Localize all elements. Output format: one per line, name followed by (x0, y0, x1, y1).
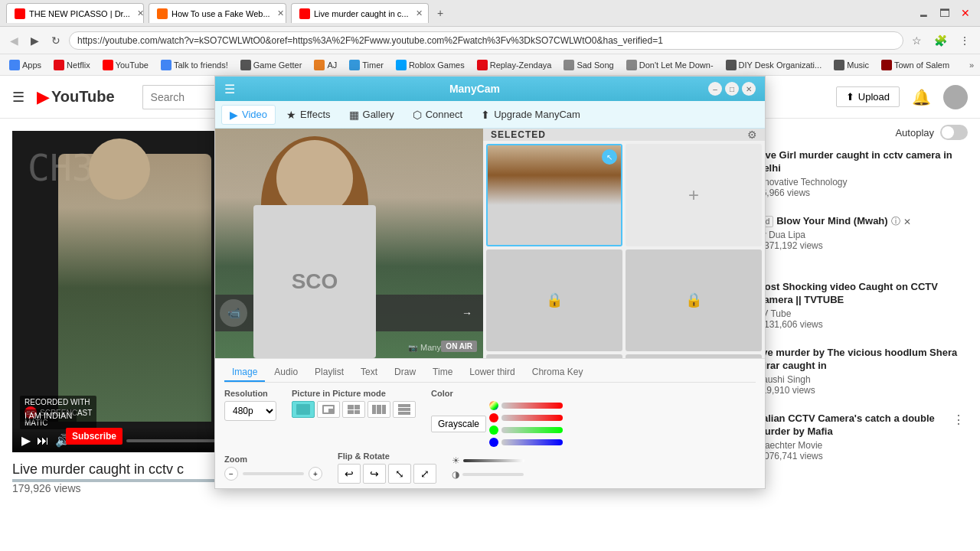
extensions-button[interactable]: 🧩 (930, 33, 951, 48)
mc-source-add[interactable]: + (626, 144, 762, 246)
rotate-left-button[interactable]: ⤡ (388, 464, 411, 484)
info-icon[interactable]: ⓘ (891, 215, 900, 228)
manycam-effects-menu[interactable]: ★ Effects (279, 106, 338, 124)
mc-tab-audio[interactable]: Audio (266, 364, 305, 382)
tab3-close[interactable]: ✕ (416, 8, 423, 18)
subscribe-button[interactable]: Subscribe (66, 428, 122, 445)
mc-source-3[interactable]: 🔒 (486, 249, 622, 352)
brightness-slider[interactable] (463, 459, 524, 462)
pip-btn-1[interactable] (292, 401, 315, 418)
address-bar[interactable] (69, 31, 903, 50)
close-button[interactable]: ✕ (957, 5, 974, 21)
green-slider[interactable] (501, 427, 563, 433)
mc-tab-image[interactable]: Image (224, 364, 265, 382)
restore-button[interactable]: 🗕 (914, 5, 933, 21)
user-avatar[interactable] (943, 85, 968, 109)
red-dot (489, 413, 498, 422)
tab1-close[interactable]: ✕ (137, 8, 144, 18)
mc-source-1[interactable]: ↖ (486, 144, 622, 246)
zoom-in-button[interactable]: + (309, 467, 322, 481)
sv4-channel: Kaushi Singh (756, 374, 965, 385)
mc-source-5[interactable]: 🔒 (486, 354, 622, 358)
bookmarks-more[interactable]: » (969, 60, 974, 70)
yt-hamburger-icon[interactable]: ☰ (12, 89, 24, 106)
pip-btn-5[interactable] (393, 401, 416, 418)
hue-slider[interactable] (501, 403, 563, 409)
bookmark-netflix[interactable]: Netflix (51, 58, 93, 72)
contrast-slider[interactable] (462, 473, 524, 476)
mc-next-arrow-icon[interactable]: → (462, 307, 472, 319)
tab1-label: THE NEW PICASSO | Dr... (29, 9, 130, 18)
back-button[interactable]: ◀ (6, 33, 22, 48)
manycam-gallery-menu[interactable]: ▦ Gallery (341, 106, 402, 124)
browser-tab-2[interactable]: How To use a Fake Web... ✕ (149, 3, 286, 23)
bookmark-sadsong[interactable]: Sad Song (560, 58, 616, 72)
blue-slider[interactable] (501, 439, 563, 445)
pip-btn-4[interactable] (368, 401, 390, 418)
ad-close-icon[interactable]: ✕ (903, 217, 911, 227)
mc-tab-playlist[interactable]: Playlist (307, 364, 351, 382)
grayscale-button[interactable]: Grayscale (431, 416, 486, 432)
resolution-select[interactable]: 480p 720p 1080p (224, 401, 276, 421)
forward-button[interactable]: ▶ (27, 33, 43, 48)
mc-camera-button[interactable]: 📹 (220, 299, 247, 327)
new-tab-button[interactable]: + (433, 5, 447, 21)
reload-button[interactable]: ↻ (47, 33, 64, 48)
maximize-button[interactable]: 🗖 (936, 5, 954, 21)
manycam-maximize-button[interactable]: □ (725, 82, 739, 96)
browser-tab-1[interactable]: THE NEW PICASSO | Dr... ✕ (6, 3, 144, 23)
zoom-out-button[interactable]: − (224, 467, 238, 481)
next-button[interactable]: ⏭ (37, 434, 49, 448)
on-air-badge: ON AIR (441, 341, 477, 352)
bookmark-aj[interactable]: AJ (311, 58, 340, 72)
mc-tab-text[interactable]: Text (353, 364, 385, 382)
bookmark-gamegetter[interactable]: Game Getter (237, 58, 305, 72)
pip-btn-3[interactable] (342, 401, 365, 418)
manycam-minimize-button[interactable]: – (708, 82, 722, 96)
tab2-close[interactable]: ✕ (277, 8, 284, 18)
sv2-ad-badge: Ad Blow Your Mind (Mwah) ⓘ ✕ (756, 215, 965, 228)
bookmark-dontlet[interactable]: Don't Let Me Down- (623, 58, 717, 72)
bookmark-button[interactable]: ☆ (908, 33, 926, 48)
bookmark-replay[interactable]: Replay-Zendaya (474, 58, 555, 72)
i-am-indian-overlay: I AM INDIAN (20, 409, 77, 422)
bookmark-talkfriends[interactable]: Talk to friends! (158, 58, 231, 72)
mc-source-6[interactable]: 🔒 (626, 354, 762, 358)
bookmark-music[interactable]: Music (831, 58, 872, 72)
recorded-with-text: RECORDED WITH (24, 398, 92, 406)
color-row-3 (489, 425, 563, 435)
bookmark-towofsalem[interactable]: Town of Salem (878, 58, 952, 72)
zoom-slider[interactable] (243, 472, 304, 475)
notification-bell-icon[interactable]: 🔔 (912, 88, 931, 106)
sv5-more-icon[interactable]: ⋮ (952, 412, 965, 427)
bookmark-apps[interactable]: Apps (6, 58, 44, 72)
flip-horizontal-button[interactable]: ↩ (338, 464, 361, 484)
manycam-close-button[interactable]: ✕ (742, 82, 756, 96)
cam-icon: 📷 (408, 344, 417, 352)
bookmark-youtube[interactable]: YouTube (100, 58, 152, 72)
manycam-upgrade-menu[interactable]: ⬆ Upgrade ManyCam (473, 106, 588, 124)
bookmark-timer[interactable]: Timer (346, 58, 387, 72)
bookmark-roblox[interactable]: Roblox Games (393, 58, 468, 72)
red-slider[interactable] (501, 415, 563, 421)
mc-tab-lowerthird[interactable]: Lower third (462, 364, 522, 382)
flip-vertical-button[interactable]: ↪ (363, 464, 386, 484)
mc-source-4[interactable]: 🔒 (626, 249, 762, 352)
mc-tab-time[interactable]: Time (425, 364, 460, 382)
bookmark-diy[interactable]: DIY Desk Organizati... (723, 58, 825, 72)
browser-tab-3[interactable]: Live murder caught in c... ✕ (291, 3, 429, 23)
play-button[interactable]: ▶ (21, 433, 31, 448)
mc-tab-chromakey[interactable]: Chroma Key (524, 364, 591, 382)
autoplay-toggle[interactable] (940, 125, 968, 140)
manycam-connect-menu[interactable]: ⬡ Connect (405, 106, 470, 124)
color-group: Color Grayscale (431, 389, 563, 447)
manycam-menu-icon[interactable]: ☰ (224, 82, 235, 96)
settings-button[interactable]: ⋮ (956, 33, 974, 48)
mc-tab-draw[interactable]: Draw (387, 364, 423, 382)
yt-upload-button[interactable]: ⬆ Upload (836, 86, 900, 107)
pip-btn-2[interactable] (317, 401, 340, 418)
youtube-logo[interactable]: ▶ YouTube (37, 87, 115, 107)
manycam-video-menu[interactable]: ▶ Video (221, 105, 276, 125)
rotate-right-button[interactable]: ⤢ (413, 464, 436, 484)
selected-settings-icon[interactable]: ⚙ (747, 129, 757, 141)
